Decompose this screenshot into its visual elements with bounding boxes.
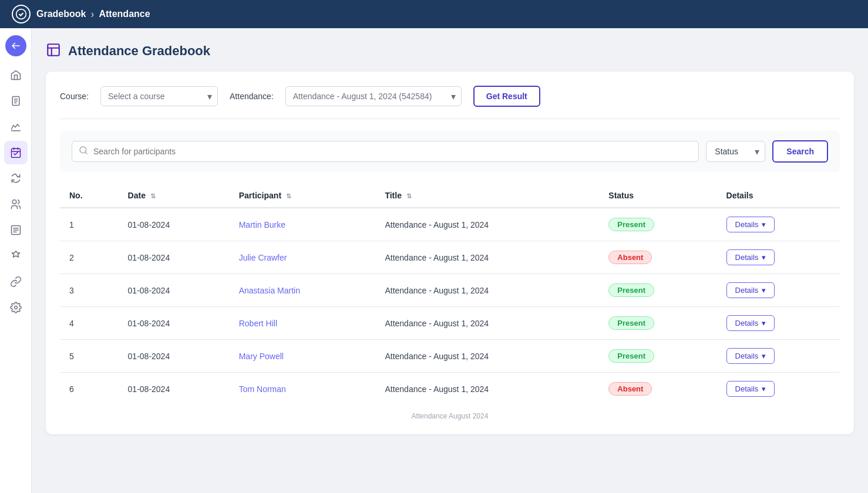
details-button[interactable]: Details ▾ (726, 249, 775, 265)
svg-rect-6 (48, 44, 59, 56)
cell-no: 1 (60, 208, 119, 241)
search-row: Status Present Absent ▾ Search (60, 131, 840, 172)
col-date[interactable]: Date ⇅ (119, 184, 230, 208)
details-chevron-icon: ▾ (762, 384, 766, 393)
search-input-wrapper (72, 141, 699, 162)
page-title: Attendance Gradebook (68, 43, 210, 59)
cell-participant: Tom Norman (230, 373, 376, 406)
breadcrumb-separator: › (90, 8, 94, 21)
sidebar-item-badge[interactable] (4, 244, 28, 268)
details-button[interactable]: Details ▾ (726, 348, 775, 364)
status-badge: Present (608, 349, 654, 363)
cell-participant: Robert Hill (230, 307, 376, 340)
top-navigation: Gradebook › Attendance (0, 0, 868, 28)
table-header-row: No. Date ⇅ Participant ⇅ Title ⇅ Status … (60, 184, 840, 208)
cell-date: 01-08-2024 (119, 208, 230, 241)
cell-details: Details ▾ (717, 307, 840, 340)
sidebar-item-report[interactable] (4, 89, 28, 113)
attendance-table: No. Date ⇅ Participant ⇅ Title ⇅ Status … (60, 184, 840, 405)
course-label: Course: (60, 92, 89, 101)
details-chevron-icon: ▾ (762, 253, 766, 262)
search-input[interactable] (72, 141, 699, 162)
details-button[interactable]: Details ▾ (726, 315, 775, 331)
svg-point-5 (14, 306, 17, 309)
table-row: 5 01-08-2024 Mary Powell Attendance - Au… (60, 340, 840, 373)
page-header: Attendance Gradebook (46, 42, 854, 60)
cell-title: Attendance - August 1, 2024 (375, 274, 599, 307)
cell-title: Attendance - August 1, 2024 (375, 340, 599, 373)
get-result-button[interactable]: Get Result (473, 86, 540, 107)
cell-status: Present (599, 274, 716, 307)
cell-date: 01-08-2024 (119, 241, 230, 274)
status-select-wrapper: Status Present Absent ▾ (706, 141, 765, 162)
col-participant[interactable]: Participant ⇅ (230, 184, 376, 208)
course-select-wrapper: Select a course ▾ (100, 86, 218, 106)
status-badge: Absent (608, 382, 652, 396)
col-details: Details (717, 184, 840, 208)
cell-participant: Martin Burke (230, 208, 376, 241)
main-card: Course: Select a course ▾ Attendance: At… (46, 72, 854, 434)
page-icon (46, 42, 61, 60)
cell-status: Present (599, 208, 716, 241)
cell-no: 6 (60, 373, 119, 406)
breadcrumb: Gradebook › Attendance (36, 8, 150, 21)
details-button[interactable]: Details ▾ (726, 217, 775, 232)
cell-title: Attendance - August 1, 2024 (375, 208, 599, 241)
sidebar (0, 28, 32, 493)
sidebar-item-attendance[interactable] (4, 141, 28, 164)
table-row: 1 01-08-2024 Martin Burke Attendance - A… (60, 208, 840, 241)
footer-label: Attendance August 2024 (60, 412, 840, 420)
search-icon (79, 146, 88, 157)
main-content: Attendance Gradebook Course: Select a co… (32, 28, 868, 493)
details-chevron-icon: ▾ (762, 352, 766, 360)
cell-details: Details ▾ (717, 274, 840, 307)
sidebar-item-chain[interactable] (4, 270, 28, 293)
cell-status: Present (599, 307, 716, 340)
sidebar-item-settings[interactable] (4, 296, 28, 319)
details-button[interactable]: Details ▾ (726, 282, 775, 298)
cell-participant: Mary Powell (230, 340, 376, 373)
course-select[interactable]: Select a course (100, 86, 218, 106)
svg-rect-2 (11, 148, 20, 157)
svg-point-3 (12, 200, 16, 204)
status-badge: Present (608, 316, 654, 330)
details-button[interactable]: Details ▾ (726, 381, 775, 397)
cell-title: Attendance - August 1, 2024 (375, 241, 599, 274)
table-row: 2 01-08-2024 Julie Crawfer Attendance - … (60, 241, 840, 274)
cell-details: Details ▾ (717, 340, 840, 373)
cell-no: 4 (60, 307, 119, 340)
table-row: 3 01-08-2024 Anastasia Martin Attendance… (60, 274, 840, 307)
col-status: Status (599, 184, 716, 208)
back-button[interactable] (5, 35, 26, 56)
col-title[interactable]: Title ⇅ (375, 184, 599, 208)
status-badge: Present (608, 218, 654, 231)
cell-details: Details ▾ (717, 373, 840, 406)
search-button[interactable]: Search (772, 140, 828, 163)
details-chevron-icon: ▾ (762, 220, 766, 229)
attendance-select[interactable]: Attendance - August 1, 2024 (542584) (285, 86, 462, 106)
cell-title: Attendance - August 1, 2024 (375, 307, 599, 340)
sidebar-item-home[interactable] (4, 63, 28, 87)
svg-point-0 (16, 9, 26, 19)
filter-row: Course: Select a course ▾ Attendance: At… (60, 86, 840, 119)
status-badge: Absent (608, 251, 652, 264)
cell-details: Details ▾ (717, 241, 840, 274)
table-row: 4 01-08-2024 Robert Hill Attendance - Au… (60, 307, 840, 340)
app-logo[interactable] (12, 5, 31, 23)
attendance-select-wrapper: Attendance - August 1, 2024 (542584) ▾ (285, 86, 462, 106)
cell-participant: Julie Crawfer (230, 241, 376, 274)
sidebar-item-users[interactable] (4, 193, 28, 216)
attendance-label: Attendance: (230, 92, 274, 101)
cell-participant: Anastasia Martin (230, 274, 376, 307)
cell-no: 2 (60, 241, 119, 274)
col-no: No. (60, 184, 119, 208)
sidebar-item-list[interactable] (4, 218, 28, 242)
cell-status: Absent (599, 373, 716, 406)
sidebar-item-chart[interactable] (4, 115, 28, 139)
status-badge: Present (608, 283, 654, 297)
status-select[interactable]: Status Present Absent (706, 141, 765, 162)
details-chevron-icon: ▾ (762, 286, 766, 295)
cell-no: 5 (60, 340, 119, 373)
sidebar-item-refresh[interactable] (4, 167, 28, 190)
details-chevron-icon: ▾ (762, 319, 766, 327)
